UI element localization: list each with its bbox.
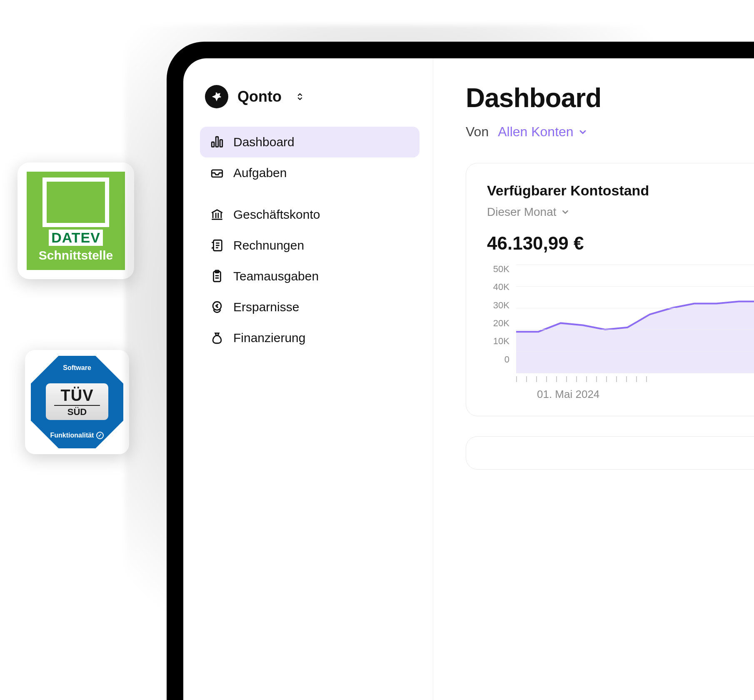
chart-x-tick xyxy=(536,376,537,382)
chart-y-tick: 40K xyxy=(487,282,509,300)
chart-y-tick: 0 xyxy=(487,355,509,373)
svg-rect-3 xyxy=(220,140,222,147)
datev-subtitle: Schnittstelle xyxy=(39,248,113,262)
period-dropdown[interactable]: Dieser Monat xyxy=(487,205,754,219)
chart-x-tick xyxy=(546,376,547,382)
sidebar-item-aufgaben[interactable]: Aufgaben xyxy=(200,158,419,188)
balance-card-title: Verfügbarer Kontostand xyxy=(487,182,754,199)
euro-circle-icon xyxy=(210,300,224,314)
sidebar-item-geschaeftskonto[interactable]: Geschäftskonto xyxy=(200,199,419,230)
chart-y-tick: 50K xyxy=(487,265,509,282)
sidebar-item-ersparnisse[interactable]: Ersparnisse xyxy=(200,292,419,322)
balance-amount: 46.130,99 € xyxy=(487,233,754,254)
chart-x-tick xyxy=(516,376,517,382)
chart-x-tick xyxy=(626,376,627,382)
account-filter-value: Allen Konten xyxy=(498,124,573,140)
chart-x-tick xyxy=(576,376,577,382)
tuv-main-label: TÜV xyxy=(46,388,108,403)
chart-y-tick: 30K xyxy=(487,301,509,319)
account-filter-dropdown[interactable]: Allen Konten xyxy=(498,124,587,140)
chart-x-tick xyxy=(556,376,557,382)
chart-x-tick xyxy=(526,376,527,382)
inbox-icon xyxy=(210,166,224,180)
chart-y-tick: 10K xyxy=(487,337,509,355)
datev-badge: DATEV Schnittstelle xyxy=(17,162,134,279)
workspace-switcher[interactable]: Qonto xyxy=(200,85,419,127)
sidebar-item-label: Teamausgaben xyxy=(233,269,319,283)
bank-icon xyxy=(210,208,224,222)
sidebar-item-rechnungen[interactable]: Rechnungen xyxy=(200,230,419,261)
workspace-name: Qonto xyxy=(237,88,282,105)
tuv-badge: Software TÜV SÜD Funktionalität ✓ xyxy=(25,350,129,454)
chart-x-label: 01. Mai 2024 xyxy=(537,388,754,401)
sidebar-item-finanzierung[interactable]: Finanzierung xyxy=(200,322,419,353)
chart-x-tick xyxy=(566,376,567,382)
balance-card: Verfügbarer Kontostand Dieser Monat 46.1… xyxy=(466,163,754,416)
chart-y-tick: 20K xyxy=(487,319,509,337)
sidebar-item-label: Ersparnisse xyxy=(233,300,299,314)
sidebar-item-label: Geschäftskonto xyxy=(233,208,320,222)
sidebar-item-dashboard[interactable]: Dashboard xyxy=(200,127,419,158)
sidebar-item-label: Rechnungen xyxy=(233,238,304,252)
qonto-logo-icon xyxy=(205,85,228,108)
datev-wordmark: DATEV xyxy=(49,230,103,246)
account-filter-label: Von xyxy=(466,124,489,140)
sidebar-item-label: Finanzierung xyxy=(233,331,305,345)
main-content: Dashboard Von Allen Konten Verfügbarer K… xyxy=(433,58,754,700)
chart-x-tick xyxy=(646,376,647,382)
chevron-down-icon xyxy=(561,208,570,217)
chart-x-tick xyxy=(606,376,607,382)
page-title: Dashboard xyxy=(466,82,754,113)
chart-x-tick xyxy=(596,376,597,382)
svg-rect-2 xyxy=(216,137,218,147)
chart-x-tick xyxy=(616,376,617,382)
check-circle-icon: ✓ xyxy=(96,432,104,439)
tuv-top-label: Software xyxy=(63,364,91,372)
chevron-down-icon xyxy=(578,127,588,137)
sidebar-item-teamausgaben[interactable]: Teamausgaben xyxy=(200,261,419,292)
tablet-frame: Qonto Dashboard Aufgaben xyxy=(167,42,754,700)
chart-x-tick xyxy=(636,376,637,382)
balance-chart: 50K40K30K20K10K0 01. Mai 2024 xyxy=(487,265,754,401)
money-bag-icon xyxy=(210,331,224,345)
clipboard-icon xyxy=(210,269,224,283)
bar-chart-icon xyxy=(210,135,224,149)
receipt-icon xyxy=(210,238,224,252)
svg-rect-1 xyxy=(212,142,214,147)
sidebar-item-label: Aufgaben xyxy=(233,166,287,180)
tuv-bottom-label: Funktionalität xyxy=(50,432,94,439)
sidebar: Qonto Dashboard Aufgaben xyxy=(183,58,433,700)
tuv-sud-label: SÜD xyxy=(54,405,100,418)
period-label: Dieser Monat xyxy=(487,205,557,219)
chevron-up-down-icon xyxy=(295,92,305,102)
chart-x-tick xyxy=(586,376,587,382)
sidebar-item-label: Dashboard xyxy=(233,135,295,149)
secondary-card xyxy=(466,436,754,470)
